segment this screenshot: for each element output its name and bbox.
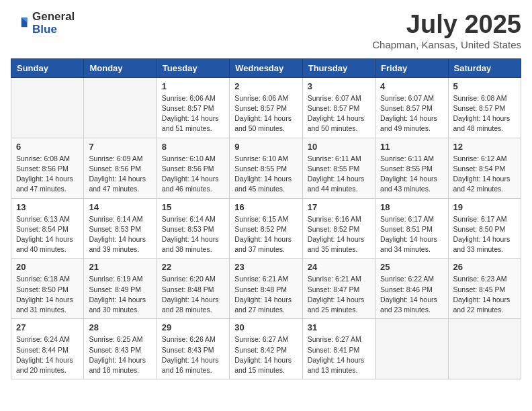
day-number: 24 [308, 262, 370, 272]
calendar-cell: 26 Sunrise: 6:23 AMSunset: 8:45 PMDaylig… [448, 259, 521, 319]
day-detail: Sunrise: 6:08 AMSunset: 8:56 PMDaylight:… [16, 154, 79, 195]
calendar-cell: 5 Sunrise: 6:08 AMSunset: 8:57 PMDayligh… [448, 77, 521, 138]
day-number: 17 [308, 202, 370, 212]
calendar-cell: 11 Sunrise: 6:11 AMSunset: 8:55 PMDaylig… [375, 138, 448, 198]
calendar-cell: 16 Sunrise: 6:15 AMSunset: 8:52 PMDaylig… [230, 198, 302, 259]
day-detail: Sunrise: 6:08 AMSunset: 8:57 PMDaylight:… [453, 93, 516, 134]
day-detail: Sunrise: 6:19 AMSunset: 8:49 PMDaylight:… [89, 274, 151, 315]
title-block: July 2025 Chapman, Kansas, United States [372, 11, 521, 50]
day-detail: Sunrise: 6:13 AMSunset: 8:54 PMDaylight:… [16, 214, 79, 255]
day-detail: Sunrise: 6:26 AMSunset: 8:43 PMDaylight:… [162, 334, 224, 375]
calendar-cell: 21 Sunrise: 6:19 AMSunset: 8:49 PMDaylig… [84, 259, 157, 319]
day-number: 9 [234, 142, 297, 152]
day-detail: Sunrise: 6:21 AMSunset: 8:48 PMDaylight:… [234, 274, 297, 315]
calendar-cell: 23 Sunrise: 6:21 AMSunset: 8:48 PMDaylig… [230, 259, 302, 319]
day-number: 8 [162, 142, 224, 152]
day-detail: Sunrise: 6:14 AMSunset: 8:53 PMDaylight:… [89, 214, 151, 255]
calendar-cell [11, 77, 84, 138]
day-detail: Sunrise: 6:11 AMSunset: 8:55 PMDaylight:… [380, 154, 443, 195]
day-detail: Sunrise: 6:16 AMSunset: 8:52 PMDaylight:… [308, 214, 370, 255]
calendar-cell: 18 Sunrise: 6:17 AMSunset: 8:51 PMDaylig… [375, 198, 448, 259]
calendar-cell [375, 319, 448, 379]
day-number: 31 [308, 322, 370, 332]
day-detail: Sunrise: 6:06 AMSunset: 8:57 PMDaylight:… [162, 93, 224, 134]
day-number: 3 [308, 81, 370, 91]
day-number: 10 [308, 142, 370, 152]
calendar-cell: 19 Sunrise: 6:17 AMSunset: 8:50 PMDaylig… [448, 198, 521, 259]
calendar-cell [448, 319, 521, 379]
calendar-cell: 6 Sunrise: 6:08 AMSunset: 8:56 PMDayligh… [11, 138, 84, 198]
weekday-header: Monday [84, 58, 157, 77]
day-detail: Sunrise: 6:21 AMSunset: 8:47 PMDaylight:… [308, 274, 370, 315]
day-detail: Sunrise: 6:10 AMSunset: 8:56 PMDaylight:… [162, 154, 224, 195]
weekday-header: Saturday [448, 58, 521, 77]
day-number: 6 [16, 142, 79, 152]
day-number: 5 [453, 81, 516, 91]
calendar-cell: 20 Sunrise: 6:18 AMSunset: 8:50 PMDaylig… [11, 259, 84, 319]
day-number: 21 [89, 262, 151, 272]
calendar-cell: 8 Sunrise: 6:10 AMSunset: 8:56 PMDayligh… [157, 138, 229, 198]
calendar-cell: 12 Sunrise: 6:12 AMSunset: 8:54 PMDaylig… [448, 138, 521, 198]
day-detail: Sunrise: 6:27 AMSunset: 8:42 PMDaylight:… [234, 334, 297, 375]
day-detail: Sunrise: 6:17 AMSunset: 8:51 PMDaylight:… [380, 214, 443, 255]
page-header: General Blue July 2025 Chapman, Kansas, … [11, 11, 521, 50]
day-number: 30 [234, 322, 297, 332]
weekday-header: Sunday [11, 58, 84, 77]
day-detail: Sunrise: 6:14 AMSunset: 8:53 PMDaylight:… [162, 214, 224, 255]
day-detail: Sunrise: 6:07 AMSunset: 8:57 PMDaylight:… [308, 93, 370, 134]
day-number: 28 [89, 322, 151, 332]
day-number: 13 [16, 202, 79, 212]
calendar-cell: 7 Sunrise: 6:09 AMSunset: 8:56 PMDayligh… [84, 138, 157, 198]
day-number: 15 [162, 202, 224, 212]
day-detail: Sunrise: 6:06 AMSunset: 8:57 PMDaylight:… [234, 93, 297, 134]
day-number: 22 [162, 262, 224, 272]
day-number: 12 [453, 142, 516, 152]
day-number: 16 [234, 202, 297, 212]
day-detail: Sunrise: 6:20 AMSunset: 8:48 PMDaylight:… [162, 274, 224, 315]
day-detail: Sunrise: 6:18 AMSunset: 8:50 PMDaylight:… [16, 274, 79, 315]
day-detail: Sunrise: 6:11 AMSunset: 8:55 PMDaylight:… [308, 154, 370, 195]
day-number: 4 [380, 81, 443, 91]
calendar-cell: 15 Sunrise: 6:14 AMSunset: 8:53 PMDaylig… [157, 198, 229, 259]
calendar-cell: 22 Sunrise: 6:20 AMSunset: 8:48 PMDaylig… [157, 259, 229, 319]
calendar-cell: 13 Sunrise: 6:13 AMSunset: 8:54 PMDaylig… [11, 198, 84, 259]
day-number: 18 [380, 202, 443, 212]
day-detail: Sunrise: 6:09 AMSunset: 8:56 PMDaylight:… [89, 154, 151, 195]
logo-icon [11, 14, 30, 33]
calendar-cell: 2 Sunrise: 6:06 AMSunset: 8:57 PMDayligh… [230, 77, 302, 138]
day-detail: Sunrise: 6:23 AMSunset: 8:45 PMDaylight:… [453, 274, 516, 315]
day-detail: Sunrise: 6:15 AMSunset: 8:52 PMDaylight:… [234, 214, 297, 255]
day-detail: Sunrise: 6:10 AMSunset: 8:55 PMDaylight:… [234, 154, 297, 195]
calendar-cell: 25 Sunrise: 6:22 AMSunset: 8:46 PMDaylig… [375, 259, 448, 319]
logo: General Blue [11, 11, 75, 36]
day-number: 23 [234, 262, 297, 272]
calendar-cell: 9 Sunrise: 6:10 AMSunset: 8:55 PMDayligh… [230, 138, 302, 198]
day-number: 1 [162, 81, 224, 91]
calendar-cell: 3 Sunrise: 6:07 AMSunset: 8:57 PMDayligh… [302, 77, 375, 138]
day-number: 20 [16, 262, 79, 272]
calendar-cell: 1 Sunrise: 6:06 AMSunset: 8:57 PMDayligh… [157, 77, 229, 138]
logo-general-text: General [32, 11, 75, 24]
calendar-table: SundayMondayTuesdayWednesdayThursdayFrid… [11, 58, 521, 379]
day-number: 7 [89, 142, 151, 152]
calendar-cell: 27 Sunrise: 6:24 AMSunset: 8:44 PMDaylig… [11, 319, 84, 379]
weekday-header: Thursday [302, 58, 375, 77]
day-number: 27 [16, 322, 79, 332]
day-number: 2 [234, 81, 297, 91]
calendar-cell: 4 Sunrise: 6:07 AMSunset: 8:57 PMDayligh… [375, 77, 448, 138]
day-number: 19 [453, 202, 516, 212]
day-detail: Sunrise: 6:27 AMSunset: 8:41 PMDaylight:… [308, 334, 370, 375]
calendar-cell [84, 77, 157, 138]
day-detail: Sunrise: 6:12 AMSunset: 8:54 PMDaylight:… [453, 154, 516, 195]
day-detail: Sunrise: 6:17 AMSunset: 8:50 PMDaylight:… [453, 214, 516, 255]
day-detail: Sunrise: 6:25 AMSunset: 8:43 PMDaylight:… [89, 334, 151, 375]
day-number: 11 [380, 142, 443, 152]
calendar-cell: 17 Sunrise: 6:16 AMSunset: 8:52 PMDaylig… [302, 198, 375, 259]
day-number: 14 [89, 202, 151, 212]
logo-blue-text: Blue [32, 24, 75, 36]
weekday-header: Wednesday [230, 58, 302, 77]
day-number: 29 [162, 322, 224, 332]
calendar-cell: 10 Sunrise: 6:11 AMSunset: 8:55 PMDaylig… [302, 138, 375, 198]
day-number: 25 [380, 262, 443, 272]
main-title: July 2025 [372, 11, 521, 39]
